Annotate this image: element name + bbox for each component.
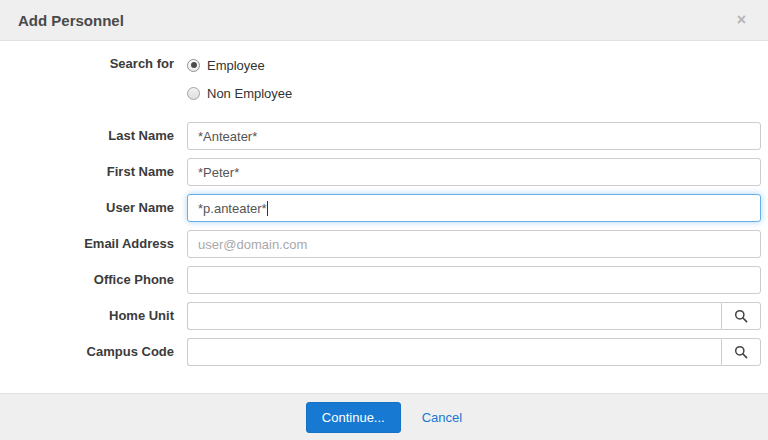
search-for-label: Search for [0, 53, 187, 75]
campus-code-input[interactable] [187, 338, 721, 366]
home-unit-label: Home Unit [0, 302, 187, 330]
user-name-label: User Name [0, 194, 187, 222]
radio-employee[interactable]: Employee [187, 54, 292, 76]
first-name-input[interactable] [187, 158, 761, 186]
office-phone-label: Office Phone [0, 266, 187, 294]
dialog-header: Add Personnel × [0, 0, 768, 41]
search-for-row: Search for Employee Non Employee [0, 53, 761, 104]
campus-code-row: Campus Code [0, 338, 761, 366]
user-name-input[interactable] [187, 194, 761, 222]
last-name-label: Last Name [0, 122, 187, 150]
search-for-radio-group: Employee Non Employee [187, 53, 292, 104]
campus-code-label: Campus Code [0, 338, 187, 366]
cancel-link[interactable]: Cancel [422, 410, 462, 425]
continue-button[interactable]: Continue... [306, 402, 401, 433]
last-name-input[interactable] [187, 122, 761, 150]
home-unit-row: Home Unit [0, 302, 761, 330]
last-name-row: Last Name [0, 122, 761, 150]
dialog-body: Search for Employee Non Employee Last Na… [0, 41, 768, 393]
add-personnel-dialog: Add Personnel × Search for Employee Non … [0, 0, 768, 440]
radio-non-employee-label: Non Employee [207, 86, 292, 101]
campus-code-lookup-button[interactable] [721, 338, 761, 366]
home-unit-input[interactable] [187, 302, 721, 330]
email-address-row: Email Address [0, 230, 761, 258]
office-phone-row: Office Phone [0, 266, 761, 294]
radio-button-icon [187, 87, 200, 100]
user-name-row: User Name [0, 194, 761, 222]
radio-non-employee[interactable]: Non Employee [187, 82, 292, 104]
first-name-label: First Name [0, 158, 187, 186]
search-icon [734, 345, 748, 359]
radio-button-icon [187, 59, 200, 72]
radio-employee-label: Employee [207, 58, 265, 73]
dialog-footer: Continue... Cancel [0, 393, 768, 440]
email-address-label: Email Address [0, 230, 187, 258]
first-name-row: First Name [0, 158, 761, 186]
office-phone-input[interactable] [187, 266, 761, 294]
home-unit-lookup-button[interactable] [721, 302, 761, 330]
dialog-title: Add Personnel [18, 12, 124, 29]
close-icon[interactable]: × [733, 10, 750, 30]
email-address-input[interactable] [187, 230, 761, 258]
search-icon [734, 309, 748, 323]
